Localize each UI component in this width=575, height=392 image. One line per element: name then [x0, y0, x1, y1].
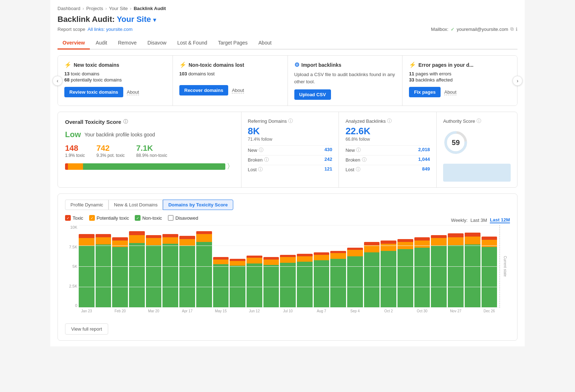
- card-1-about-link[interactable]: About: [127, 89, 139, 95]
- ana-lost-info[interactable]: ⓘ: [356, 166, 360, 173]
- chart-tab-new-lost[interactable]: New & Lost Domains: [109, 200, 163, 210]
- card-2-title: Non-toxic domains lost: [189, 62, 244, 68]
- view-full-report-button[interactable]: View full report: [65, 323, 108, 335]
- x-label-0: Jan 23: [79, 309, 95, 318]
- mailbox-email[interactable]: youremail@yoursite.com: [457, 27, 508, 32]
- card-4-stat2: 33 backlinks affected: [409, 77, 511, 83]
- bar-group-19[interactable]: [397, 239, 413, 308]
- non-toxic-count: 7.1K 88.9% non-toxic: [136, 144, 167, 158]
- time-last-12m[interactable]: Last 12M: [490, 217, 510, 223]
- mailbox-copy-icon[interactable]: ⧉: [510, 26, 514, 32]
- fix-pages-button[interactable]: Fix pages: [409, 87, 441, 97]
- bar-group-9[interactable]: [230, 259, 245, 308]
- bar-group-16[interactable]: [347, 248, 363, 308]
- bar-group-13[interactable]: [297, 254, 313, 308]
- y-label-5k: 5K: [65, 264, 79, 269]
- breadcrumb-projects[interactable]: Projects: [86, 6, 103, 11]
- bar-group-7[interactable]: [196, 231, 212, 308]
- current-state-text: Current state: [503, 256, 507, 277]
- bar-group-10[interactable]: [247, 256, 262, 308]
- tab-audit[interactable]: Audit: [91, 37, 112, 50]
- bar-group-20[interactable]: [414, 237, 430, 308]
- bar-group-17[interactable]: [364, 242, 380, 308]
- bar-group-3[interactable]: [129, 231, 145, 308]
- recover-domains-button[interactable]: Recover domains: [179, 85, 228, 95]
- card-4-about-link[interactable]: About: [444, 89, 456, 95]
- time-last-3m[interactable]: Last 3M: [470, 218, 487, 223]
- card-1-stat2: 68 potentially toxic domains: [64, 77, 166, 83]
- bar-group-1[interactable]: [96, 234, 111, 308]
- y-label-0: 0: [65, 303, 79, 308]
- bar-group-2[interactable]: [112, 237, 128, 308]
- legend-check-disavowed: [168, 215, 174, 221]
- chart-tab-toxicity-score[interactable]: Domains by Toxicity Score: [163, 200, 233, 210]
- tab-remove[interactable]: Remove: [113, 37, 142, 50]
- bar-red-11: [263, 257, 279, 260]
- legend-pot-toxic[interactable]: ✓ Potentially toxic: [89, 215, 129, 221]
- bar-orange-12: [280, 257, 296, 262]
- mailbox-info-icon[interactable]: ℹ: [516, 27, 518, 32]
- bar-group-24[interactable]: [482, 237, 497, 308]
- referring-info-icon[interactable]: ⓘ: [288, 118, 293, 124]
- ref-new-row: New ⓘ 430: [248, 145, 332, 154]
- card-2-stat1: 103 domains lost: [179, 71, 281, 76]
- scroll-left-arrow[interactable]: ‹: [52, 76, 63, 86]
- bar-orange-15: [330, 253, 346, 258]
- toxicity-bar: [65, 163, 225, 170]
- tab-about[interactable]: About: [253, 37, 277, 50]
- breadcrumb-yoursite[interactable]: Your Site: [109, 6, 128, 11]
- bar-green-22: [448, 245, 464, 308]
- x-label-13: [297, 309, 313, 318]
- site-name[interactable]: Your Site: [117, 15, 151, 24]
- chart-controls: ✓ Toxic ✓ Potentially toxic ✓ Non-toxic: [65, 215, 510, 225]
- ref-lost-info[interactable]: ⓘ: [258, 166, 263, 173]
- toxicity-info-icon[interactable]: ⓘ: [123, 118, 128, 125]
- bolt-icon-4: ⚡: [409, 61, 416, 68]
- bar-group-15[interactable]: [330, 251, 346, 308]
- legend-non-toxic[interactable]: ✓ Non-toxic: [135, 215, 162, 221]
- card-error-pages: ⚡ Error pages in your d... 11 pages with…: [402, 56, 517, 106]
- tab-overview[interactable]: Overview: [58, 37, 90, 50]
- tab-target-pages[interactable]: Target Pages: [213, 37, 253, 50]
- bar-group-4[interactable]: [146, 235, 162, 308]
- ana-new-info[interactable]: ⓘ: [356, 147, 361, 153]
- scroll-right-arrow[interactable]: ›: [512, 76, 523, 86]
- card-1-title: New toxic domains: [74, 62, 119, 68]
- chart-tab-profile-dynamic[interactable]: Profile Dynamic: [65, 200, 109, 210]
- bar-group-23[interactable]: [465, 233, 480, 308]
- analyzed-info-icon[interactable]: ⓘ: [387, 118, 392, 124]
- breadcrumb-dashboard[interactable]: Dashboard: [58, 6, 80, 11]
- ana-broken-info[interactable]: ⓘ: [362, 157, 367, 163]
- bar-group-0[interactable]: [79, 234, 95, 308]
- bar-group-21[interactable]: [431, 235, 447, 308]
- bar-red-17: [364, 242, 380, 245]
- tab-disavow[interactable]: Disavow: [142, 37, 171, 50]
- bar-group-5[interactable]: [162, 234, 178, 308]
- report-scope-link[interactable]: All links: yoursite.com: [88, 27, 133, 32]
- bar-group-12[interactable]: [280, 255, 296, 308]
- bar-group-22[interactable]: [448, 233, 464, 308]
- cards-row: ⚡ New toxic domains 13 toxic domains 68 …: [58, 55, 518, 106]
- upload-csv-button[interactable]: Upload CSV: [294, 89, 331, 100]
- bar-group-14[interactable]: [314, 252, 330, 308]
- ref-new-info[interactable]: ⓘ: [259, 147, 263, 153]
- tab-lost-found[interactable]: Lost & Found: [172, 37, 212, 50]
- legend-disavowed[interactable]: Disavowed: [168, 215, 198, 221]
- bar-group-11[interactable]: [263, 257, 279, 308]
- bar-green-4: [146, 245, 162, 308]
- bar-red-15: [330, 251, 346, 253]
- bar-red-14: [314, 252, 330, 255]
- bar-group-6[interactable]: [179, 236, 195, 308]
- legend-toxic[interactable]: ✓ Toxic: [65, 215, 83, 221]
- card-2-about-link[interactable]: About: [232, 88, 244, 93]
- ref-broken-info[interactable]: ⓘ: [264, 157, 269, 163]
- bar-group-18[interactable]: [381, 241, 396, 308]
- bar-orange-2: [112, 241, 128, 247]
- mailbox-check-icon: ✓: [451, 27, 455, 32]
- bar-red-3: [129, 231, 145, 235]
- site-dropdown-icon[interactable]: ▾: [153, 17, 156, 23]
- x-label-12: Jul 10: [280, 309, 296, 318]
- authority-info-icon[interactable]: ⓘ: [477, 118, 481, 124]
- bar-group-8[interactable]: [213, 257, 229, 308]
- review-toxic-button[interactable]: Review toxic domains: [64, 87, 123, 97]
